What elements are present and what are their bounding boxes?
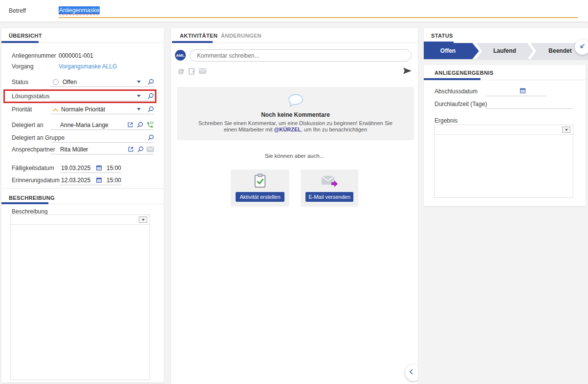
search-icon[interactable] bbox=[147, 106, 154, 113]
envelope-icon[interactable] bbox=[147, 147, 154, 152]
status-label: Status bbox=[12, 79, 28, 85]
phone-mail-icon[interactable] bbox=[146, 121, 154, 128]
restore-panel-button[interactable] bbox=[575, 40, 588, 55]
comment-input[interactable] bbox=[190, 50, 411, 61]
status-panel: STATUS Offen Laufend Beendet bbox=[424, 28, 588, 59]
betreff-focus-underline bbox=[59, 17, 578, 18]
chevron-down-icon[interactable] bbox=[562, 127, 570, 133]
note-icon[interactable] bbox=[189, 68, 195, 75]
empty-state-text-after: , um Ihn zu benachrichtigen bbox=[301, 127, 367, 132]
chevron-down-icon[interactable] bbox=[137, 108, 141, 110]
beschreibung-header: BESCHREIBUNG bbox=[1, 191, 164, 204]
search-icon[interactable] bbox=[147, 93, 154, 100]
beschreibung-label: Beschreibung bbox=[12, 208, 47, 215]
tab-aktivitaeten[interactable]: AKTIVITÄTEN bbox=[180, 33, 218, 39]
calendar-icon[interactable] bbox=[96, 177, 102, 183]
field-loesungsstatus: Lösungsstatus bbox=[1, 91, 164, 101]
avatar: AML bbox=[175, 50, 186, 61]
calendar-icon[interactable] bbox=[96, 165, 102, 171]
status-value: Offen bbox=[63, 79, 77, 85]
status-value-field[interactable]: Offen bbox=[50, 77, 154, 87]
send-email-card: E-Mail versenden bbox=[301, 170, 358, 207]
ansprechpartner-value-field[interactable]: Rita Müller bbox=[50, 145, 154, 154]
speech-bubble-icon bbox=[177, 93, 414, 110]
field-delegiert-an: Delegiert an Anne-Maria Lange bbox=[1, 120, 164, 130]
open-record-icon[interactable] bbox=[127, 122, 133, 128]
activities-panel: AKTIVITÄTEN ÄNDERUNGEN AML @ Noch keine … bbox=[171, 28, 418, 384]
abschlussdatum-label: Abschlussdatum bbox=[435, 88, 478, 95]
anliegennummer-value: 0000001-001 bbox=[59, 52, 93, 59]
mention-at-icon[interactable]: @ bbox=[178, 67, 184, 75]
anliegen-detail-screen: Betreff Anliegenmaske ÜBERSICHT Anliegen… bbox=[0, 0, 588, 384]
ergebnis-textarea[interactable] bbox=[435, 134, 573, 197]
workflow-step-offen[interactable]: Offen bbox=[424, 43, 479, 59]
field-status: Status Offen bbox=[1, 77, 164, 87]
tab-status: STATUS bbox=[431, 33, 453, 39]
open-record-icon[interactable] bbox=[128, 146, 134, 152]
collapse-panel-button[interactable] bbox=[405, 364, 418, 381]
chevron-down-icon[interactable] bbox=[137, 81, 141, 83]
loesungsstatus-label: Lösungsstatus bbox=[12, 93, 49, 100]
erinnerungsdatum-date[interactable]: 12.03.2025 bbox=[61, 177, 91, 184]
empty-state-text: Schreiben Sie einen Kommentar, um eine D… bbox=[191, 120, 400, 132]
erinnerungsdatum-value-field[interactable]: 12.03.2025 15:00 bbox=[60, 175, 121, 185]
ansprechpartner-label: Ansprechpartner bbox=[12, 146, 55, 153]
field-erinnerungsdatum: Erinnerungsdatum 12.03.2025 15:00 bbox=[1, 175, 164, 185]
tab-active-bar bbox=[172, 41, 213, 43]
field-delegiert-an-gruppe: Delegiert an Gruppe bbox=[1, 133, 164, 143]
field-ansprechpartner: Ansprechpartner Rita Müller bbox=[1, 145, 164, 154]
delegiert-an-gruppe-value-field[interactable] bbox=[50, 133, 154, 143]
faelligkeitsdatum-value-field[interactable]: 19.03.2025 15:00 bbox=[60, 163, 121, 173]
send-email-button[interactable]: E-Mail versenden bbox=[305, 192, 353, 202]
faelligkeitsdatum-date[interactable]: 19.03.2025 bbox=[61, 165, 91, 171]
beschreibung-toolbar bbox=[11, 215, 150, 225]
workflow-step-laufend[interactable]: Laufend bbox=[481, 43, 528, 59]
prioritaet-label: Priorität bbox=[12, 106, 32, 113]
tab-active-bar bbox=[1, 202, 48, 204]
status-circle-icon bbox=[53, 79, 59, 85]
vorgang-link[interactable]: Vorgangsmaske ALLG bbox=[59, 63, 117, 70]
search-icon[interactable] bbox=[147, 79, 154, 85]
beschreibung-editor bbox=[10, 214, 150, 380]
priority-normal-icon bbox=[52, 105, 59, 114]
empty-state-title: Noch keine Kommentare bbox=[177, 111, 414, 118]
restore-arrow-icon bbox=[579, 43, 586, 52]
activities-tabs: AKTIVITÄTEN ÄNDERUNGEN bbox=[171, 28, 418, 43]
beschreibung-textarea[interactable] bbox=[11, 224, 150, 380]
result-panel: ANLIEGENERGEBNIS Abschlussdatum Durchlau… bbox=[424, 65, 586, 206]
delegiert-an-value: Anne-Maria Lange bbox=[60, 122, 109, 128]
anliegenergebnis-header: ANLIEGENERGEBNIS bbox=[424, 65, 586, 80]
uebersicht-header: ÜBERSICHT bbox=[1, 28, 164, 43]
delegiert-an-value-field[interactable]: Anne-Maria Lange bbox=[50, 120, 154, 130]
chevron-down-icon[interactable] bbox=[139, 216, 147, 223]
ergebnis-toolbar bbox=[435, 125, 573, 135]
topbar: Betreff Anliegenmaske bbox=[0, 0, 588, 22]
search-icon[interactable] bbox=[147, 134, 154, 141]
tab-beschreibung: BESCHREIBUNG bbox=[9, 195, 55, 201]
prioritaet-value-field[interactable]: Normale Priorität bbox=[50, 105, 154, 114]
erinnerungsdatum-time[interactable]: 15:00 bbox=[107, 177, 121, 184]
abschlussdatum-value-field[interactable] bbox=[486, 88, 546, 96]
comment-toolbar: @ bbox=[178, 67, 206, 75]
betreff-input[interactable]: Anliegenmaske bbox=[59, 5, 578, 17]
overview-panel: ÜBERSICHT Anliegennummer 0000001-001 Vor… bbox=[1, 28, 164, 383]
create-activity-button[interactable]: Aktivität erstellen bbox=[236, 192, 284, 202]
envelope-icon[interactable] bbox=[199, 68, 206, 74]
ergebnis-label: Ergebnis bbox=[435, 117, 457, 124]
faelligkeitsdatum-time[interactable]: 15:00 bbox=[107, 165, 121, 171]
tab-aenderungen[interactable]: ÄNDERUNGEN bbox=[221, 33, 261, 39]
no-comments-empty-state: Noch keine Kommentare Schreiben Sie eine… bbox=[177, 87, 414, 140]
search-icon[interactable] bbox=[136, 122, 143, 128]
tab-active-bar bbox=[424, 78, 480, 80]
field-anliegennummer: Anliegennummer 0000001-001 bbox=[1, 51, 164, 61]
also-text: Sie können aber auch... bbox=[171, 153, 418, 159]
loesungsstatus-value-field[interactable] bbox=[50, 91, 154, 101]
chevron-down-icon[interactable] bbox=[137, 95, 141, 97]
field-vorgang: Vorgang Vorgangsmaske ALLG bbox=[1, 62, 164, 71]
create-activity-card: Aktivität erstellen bbox=[231, 170, 289, 207]
durchlaufzeit-value-field[interactable] bbox=[486, 101, 573, 109]
mention-token: @KÜRZEL bbox=[274, 127, 301, 132]
search-icon[interactable] bbox=[137, 146, 144, 153]
comment-input-pill bbox=[190, 49, 412, 62]
send-icon[interactable] bbox=[403, 67, 412, 76]
